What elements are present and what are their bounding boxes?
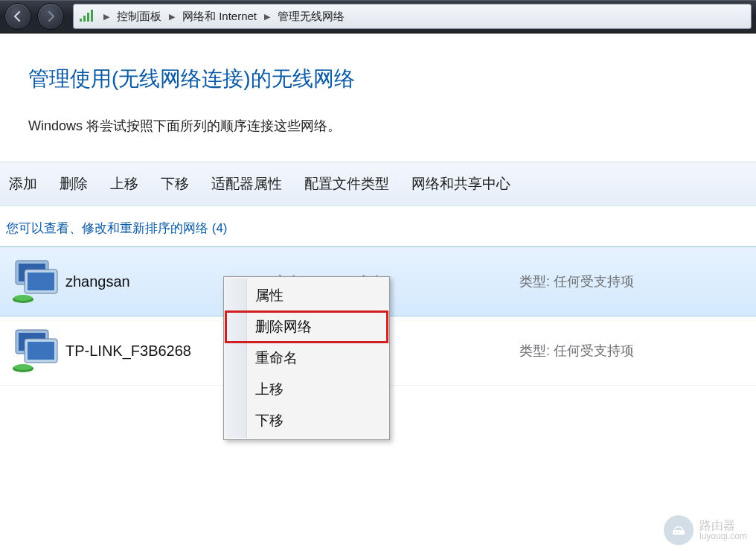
toolbar-network-center[interactable]: 网络和共享中心 [410, 173, 512, 195]
content-area: 管理使用(无线网络连接)的无线网络 Windows 将尝试按照下面所列的顺序连接… [0, 34, 756, 386]
network-list: zhangsan 安全: WPA2 - 个人 类型: 任何受支持项 属性 删除网… [0, 246, 756, 386]
svg-rect-2 [87, 13, 89, 22]
toolbar-profile-types[interactable]: 配置文件类型 [303, 173, 391, 195]
section-label: 您可以查看、修改和重新排序的网络 (4) [0, 206, 756, 246]
breadcrumb-control-panel[interactable]: 控制面板 [114, 4, 164, 28]
title-nav-bar: ▶ 控制面板 ▶ 网络和 Internet ▶ 管理无线网络 [0, 0, 756, 34]
section-label-text: 您可以查看、修改和重新排序的网络 [6, 221, 208, 235]
svg-point-17 [675, 532, 676, 533]
chevron-right-icon: ▶ [260, 12, 275, 22]
signal-bars-icon [78, 8, 94, 25]
network-monitor-icon [4, 327, 65, 375]
chevron-right-icon: ▶ [164, 12, 179, 22]
menu-item-move-down[interactable]: 下移 [225, 405, 388, 436]
back-button[interactable] [4, 3, 31, 30]
svg-rect-1 [83, 16, 86, 22]
router-icon [664, 515, 693, 545]
watermark: 路由器 luyouqi.com [664, 515, 747, 545]
menu-item-rename[interactable]: 重命名 [225, 343, 388, 374]
svg-rect-13 [28, 342, 54, 360]
forward-button[interactable] [37, 3, 64, 30]
breadcrumb-network-internet[interactable]: 网络和 Internet [179, 4, 260, 28]
svg-rect-7 [28, 273, 54, 290]
svg-rect-3 [91, 10, 93, 22]
type-prefix: 类型: [519, 343, 550, 358]
toolbar: 添加 删除 上移 下移 适配器属性 配置文件类型 网络和共享中心 [0, 162, 756, 206]
menu-item-move-up[interactable]: 上移 [225, 374, 388, 405]
svg-rect-0 [80, 19, 82, 22]
menu-item-properties[interactable]: 属性 [225, 280, 388, 311]
toolbar-move-up[interactable]: 上移 [109, 173, 140, 195]
svg-point-9 [14, 295, 32, 301]
arrow-left-icon [12, 10, 24, 22]
toolbar-adapter-properties[interactable]: 适配器属性 [210, 173, 284, 195]
watermark-line2: luyouqi.com [699, 532, 747, 541]
page-subtitle: Windows 将尝试按照下面所列的顺序连接这些网络。 [0, 101, 756, 162]
network-type: 类型: 任何受支持项 [519, 273, 756, 290]
arrow-right-icon [45, 10, 57, 22]
type-prefix: 类型: [519, 274, 550, 289]
type-value: 任何受支持项 [554, 343, 634, 358]
network-monitor-icon [4, 258, 65, 305]
chevron-right-icon: ▶ [99, 12, 114, 22]
type-value: 任何受支持项 [554, 274, 634, 289]
breadcrumb-manage-wireless[interactable]: 管理无线网络 [275, 4, 347, 28]
svg-point-15 [14, 364, 32, 370]
toolbar-delete[interactable]: 删除 [58, 173, 89, 195]
svg-point-18 [678, 532, 679, 533]
watermark-line1: 路由器 [699, 519, 747, 532]
network-type: 类型: 任何受支持项 [519, 342, 756, 360]
section-count: 4 [216, 221, 222, 235]
toolbar-move-down[interactable]: 下移 [159, 173, 190, 195]
nav-buttons [0, 0, 68, 33]
toolbar-add[interactable]: 添加 [7, 173, 39, 195]
address-bar[interactable]: ▶ 控制面板 ▶ 网络和 Internet ▶ 管理无线网络 [73, 4, 752, 29]
page-title: 管理使用(无线网络连接)的无线网络 [0, 48, 756, 101]
context-menu: 属性 删除网络 重命名 上移 下移 [223, 276, 390, 440]
menu-item-delete-network[interactable]: 删除网络 [225, 311, 388, 343]
